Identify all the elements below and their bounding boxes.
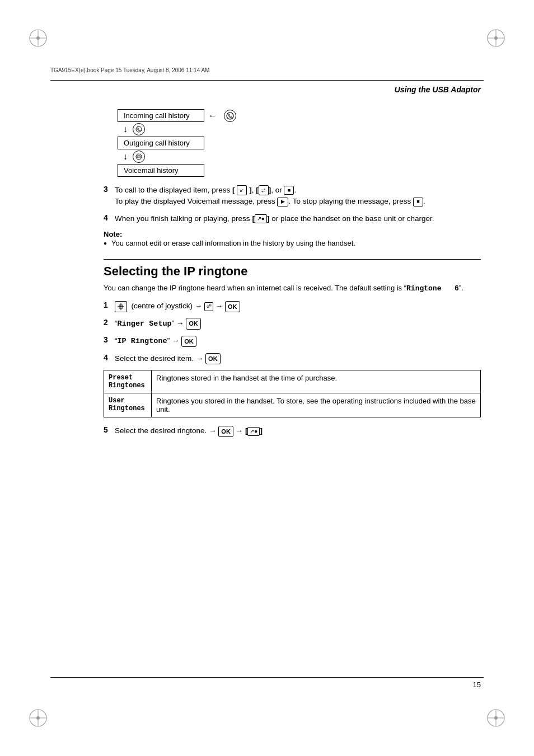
voicemail-history-row: Voicemail history — [118, 164, 481, 177]
outgoing-history-row: Outgoing call history — [118, 137, 481, 149]
ringtone-step-4: 4 Select the desired item. → OK — [104, 353, 481, 365]
corner-mark-bl — [28, 708, 48, 728]
incoming-call-history-box: Incoming call history — [118, 109, 204, 122]
corner-mark-tl — [28, 28, 48, 48]
ringtone-step-1-content: (centre of joystick) → ☍ → OK — [115, 300, 481, 312]
step-5-block: 5 Select the desired ringtone. → OK → [↗… — [104, 425, 481, 437]
corner-mark-tr — [486, 28, 506, 48]
note-bullet: You cannot edit or erase call informatio… — [104, 238, 481, 249]
arrow-left-icon: ← — [204, 111, 221, 121]
step-3-block: 3 To call to the displayed item, press [… — [104, 185, 481, 208]
ringtone-step-2-content: “Ringer Setup” → OK — [115, 318, 481, 330]
voicemail-history-box: Voicemail history — [118, 164, 204, 177]
svg-point-3 — [36, 36, 40, 40]
svg-point-17 — [136, 126, 142, 132]
page: TGA915EX(e).book Page 15 Tuesday, August… — [0, 0, 534, 756]
top-rule — [50, 80, 484, 81]
down-arrow-row-2: ↓ — [123, 151, 481, 163]
bottom-rule — [50, 677, 484, 678]
svg-point-16 — [227, 112, 233, 119]
ringtone-step-1-number: 1 — [104, 300, 113, 309]
incoming-icon — [224, 110, 236, 122]
svg-point-15 — [494, 716, 498, 720]
svg-point-11 — [36, 716, 40, 720]
ringtone-step-3-content: “IP Ringtone” → OK — [115, 335, 481, 347]
file-info: TGA915EX(e).book Page 15 Tuesday, August… — [50, 67, 209, 73]
ringtone-step-2: 2 “Ringer Setup” → OK — [104, 318, 481, 330]
step-3-number: 3 — [104, 185, 113, 194]
table-value-user: Ringtones you stored in the handset. To … — [152, 393, 481, 417]
ringtone-table: PresetRingtones Ringtones stored in the … — [104, 370, 481, 417]
step-5-content: Select the desired ringtone. → OK → [↗●] — [115, 425, 481, 437]
down-icon-1 — [133, 123, 145, 135]
page-header: Using the USB Adaptor — [395, 85, 481, 94]
section-rule — [104, 259, 481, 260]
outgoing-call-history-box: Outgoing call history — [118, 137, 204, 149]
incoming-history-row: Incoming call history ← — [118, 109, 481, 122]
ringtone-step-4-content: Select the desired item. → OK — [115, 353, 481, 365]
table-row-preset: PresetRingtones Ringtones stored in the … — [104, 370, 481, 393]
ringtone-step-1: 1 (centre of joystick) → ☍ → OK — [104, 300, 481, 312]
svg-point-18 — [136, 154, 142, 159]
down-arrow-row-1: ↓ — [123, 123, 481, 135]
down-icon-2 — [133, 151, 145, 163]
ringtone-step-3: 3 “IP Ringtone” → OK — [104, 335, 481, 347]
note-label: Note: — [104, 230, 481, 238]
table-key-user: UserRingtones — [104, 393, 152, 417]
ringtone-step-4-number: 4 — [104, 353, 113, 362]
page-number: 15 — [473, 680, 481, 689]
section-desc: You can change the IP ringtone heard whe… — [104, 283, 481, 294]
step-3-content: To call to the displayed item, press [ ↙… — [115, 185, 481, 208]
call-history-diagram: Incoming call history ← ↓ — [118, 109, 481, 177]
step-4-content: When you finish talking or playing, pres… — [115, 213, 481, 224]
table-key-preset: PresetRingtones — [104, 370, 152, 393]
step-5-number: 5 — [104, 425, 113, 434]
table-row-user: UserRingtones Ringtones you stored in th… — [104, 393, 481, 417]
step-4-block: 4 When you finish talking or playing, pr… — [104, 213, 481, 224]
ringtone-step-2-number: 2 — [104, 318, 113, 327]
section-title: Selecting the IP ringtone — [104, 264, 481, 279]
ringtone-step-3-number: 3 — [104, 335, 113, 344]
svg-point-7 — [494, 36, 498, 40]
table-value-preset: Ringtones stored in the handset at the t… — [152, 370, 481, 393]
content-area: Incoming call history ← ↓ — [104, 109, 481, 443]
step-4-number: 4 — [104, 213, 113, 222]
note-block: Note: You cannot edit or erase call info… — [104, 230, 481, 249]
corner-mark-br — [486, 708, 506, 728]
